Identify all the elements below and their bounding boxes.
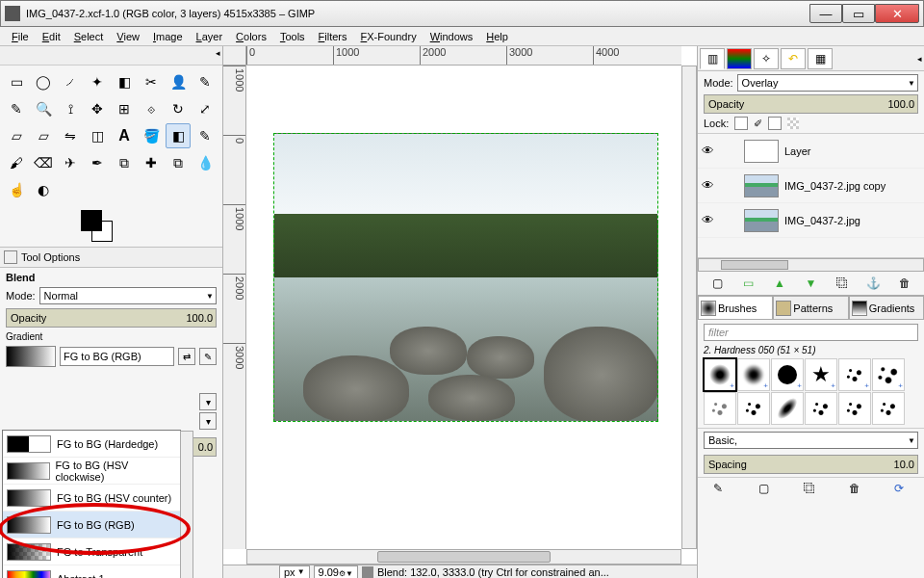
menu-tools[interactable]: Tools: [274, 29, 311, 44]
rect-select-icon[interactable]: ▭: [4, 69, 29, 94]
menu-select[interactable]: Select: [68, 29, 110, 44]
brush-item[interactable]: [805, 392, 837, 425]
gradient-list-item[interactable]: FG to BG (HSV clockwise): [3, 458, 180, 485]
mode-dropdown[interactable]: Normal ▼: [39, 287, 217, 304]
gradient-list-item[interactable]: Abstract 1: [3, 565, 180, 578]
visibility-toggle[interactable]: 👁: [702, 178, 717, 194]
brush-filter-input[interactable]: filter: [704, 324, 918, 341]
by-color-select-icon[interactable]: ◧: [112, 69, 137, 94]
brush-item[interactable]: +: [838, 358, 871, 391]
menu-fx-foundry[interactable]: FX-Foundry: [355, 29, 423, 44]
fg-color-swatch[interactable]: [81, 210, 102, 231]
menu-help[interactable]: Help: [480, 29, 514, 44]
paintbrush-icon[interactable]: 🖌: [4, 150, 29, 175]
tab-layers[interactable]: ▥: [700, 48, 725, 69]
blur-icon[interactable]: 💧: [192, 150, 218, 175]
layers-hscrollbar[interactable]: [698, 258, 924, 272]
smudge-icon[interactable]: ☝: [4, 177, 29, 202]
raise-layer-button[interactable]: ▲: [772, 276, 787, 291]
brush-item[interactable]: [737, 392, 770, 425]
brush-item[interactable]: [838, 392, 871, 425]
menu-layer[interactable]: Layer: [191, 29, 229, 44]
menu-filters[interactable]: Filters: [313, 29, 353, 44]
eraser-icon[interactable]: ⌫: [31, 150, 56, 175]
layer-mode-dropdown[interactable]: Overlay ▼: [737, 74, 918, 92]
clone-icon[interactable]: ⧉: [112, 150, 137, 175]
tab-brushes[interactable]: Brushes: [698, 296, 773, 320]
pencil-icon[interactable]: ✎: [192, 123, 218, 148]
shear-icon[interactable]: ▱: [4, 123, 29, 148]
scissors-icon[interactable]: ✂: [139, 69, 164, 94]
perspective-icon[interactable]: ▱: [31, 123, 56, 148]
canvas-vscrollbar[interactable]: [681, 66, 697, 549]
zoom-icon[interactable]: 🔍: [31, 96, 56, 121]
tab-channels[interactable]: [727, 48, 752, 69]
brush-item[interactable]: ★+: [805, 358, 837, 391]
fuzzy-select-icon[interactable]: ✦: [85, 69, 110, 94]
bucket-fill-icon[interactable]: 🪣: [139, 123, 164, 148]
tab-patterns[interactable]: Patterns: [773, 296, 848, 320]
image-preview[interactable]: [273, 133, 658, 422]
visibility-toggle[interactable]: 👁: [702, 213, 717, 228]
rotate-icon[interactable]: ↻: [166, 96, 191, 121]
ink-icon[interactable]: ✒: [85, 150, 110, 175]
color-picker-icon[interactable]: ✎: [4, 96, 29, 121]
perspective-clone-icon[interactable]: ⧉: [166, 150, 191, 175]
gradient-popup-scrollbar[interactable]: [180, 431, 193, 578]
minimize-button[interactable]: —: [809, 4, 842, 23]
layer-row[interactable]: 👁IMG_0437-2.jpg: [698, 203, 924, 238]
tab-histogram[interactable]: ▦: [808, 48, 833, 69]
free-select-icon[interactable]: ⟋: [58, 69, 83, 94]
new-layer-button[interactable]: ▢: [709, 276, 725, 291]
gradient-edit-button[interactable]: ✎: [199, 348, 217, 365]
dock-config-icon[interactable]: [4, 250, 17, 264]
brush-item[interactable]: +: [771, 358, 804, 391]
ruler-vertical[interactable]: 10000100020003000: [223, 66, 246, 549]
duplicate-brush-button[interactable]: ⿻: [804, 482, 819, 497]
ellipse-select-icon[interactable]: ◯: [31, 69, 56, 94]
shape-dropdown[interactable]: ▾: [199, 393, 217, 410]
brush-item[interactable]: [771, 392, 804, 425]
anchor-layer-button[interactable]: ⚓: [865, 276, 881, 291]
lock-alpha-checkbox[interactable]: [768, 117, 782, 130]
canvas-hscrollbar[interactable]: [246, 549, 681, 565]
visibility-toggle[interactable]: 👁: [702, 144, 717, 159]
tab-gradients[interactable]: Gradients: [849, 296, 924, 320]
tab-undo[interactable]: ↶: [781, 48, 806, 69]
menu-edit[interactable]: Edit: [37, 29, 66, 44]
new-brush-button[interactable]: ▢: [758, 482, 774, 497]
blend-icon[interactable]: ◧: [166, 123, 191, 148]
menu-windows[interactable]: Windows: [424, 29, 479, 44]
move-icon[interactable]: ✥: [85, 96, 110, 121]
lock-pixels-checkbox[interactable]: [734, 117, 748, 130]
brush-item[interactable]: +: [737, 358, 770, 391]
brush-category-dropdown[interactable]: Basic, ▼: [704, 432, 918, 449]
close-button[interactable]: ✕: [875, 4, 919, 23]
brush-item[interactable]: +: [704, 358, 736, 391]
scale-icon[interactable]: ⤢: [192, 96, 218, 121]
foreground-select-icon[interactable]: 👤: [166, 69, 191, 94]
tab-paths[interactable]: ✧: [754, 48, 779, 69]
gradient-swatch[interactable]: [6, 346, 56, 367]
menu-colors[interactable]: Colors: [230, 29, 272, 44]
layer-opacity-slider[interactable]: Opacity 100.0: [704, 94, 918, 114]
brush-item[interactable]: [704, 392, 736, 425]
gradient-list-item[interactable]: FG to BG (HSV counter): [3, 485, 180, 512]
delete-layer-button[interactable]: 🗑: [897, 276, 912, 291]
spacing-slider[interactable]: Spacing 10.0: [704, 455, 918, 474]
paths-icon[interactable]: ✎: [192, 69, 218, 94]
delete-brush-button[interactable]: 🗑: [849, 482, 864, 497]
airbrush-icon[interactable]: ✈: [58, 150, 83, 175]
menu-file[interactable]: File: [6, 29, 35, 44]
dock-menu-arrow[interactable]: ◂: [917, 54, 922, 64]
crop-icon[interactable]: ⟐: [139, 96, 164, 121]
gradient-reverse-button[interactable]: ⇄: [178, 348, 195, 365]
gradient-name-field[interactable]: FG to BG (RGB): [60, 347, 174, 366]
canvas[interactable]: [246, 66, 681, 549]
measure-icon[interactable]: ⟟: [58, 96, 83, 121]
zoom-field[interactable]: 9.09⚙▼: [314, 565, 358, 579]
cage-icon[interactable]: ◫: [85, 123, 110, 148]
layer-row[interactable]: 👁IMG_0437-2.jpg copy: [698, 169, 924, 203]
layer-row[interactable]: 👁Layer: [698, 134, 924, 169]
color-selector[interactable]: [0, 206, 222, 247]
